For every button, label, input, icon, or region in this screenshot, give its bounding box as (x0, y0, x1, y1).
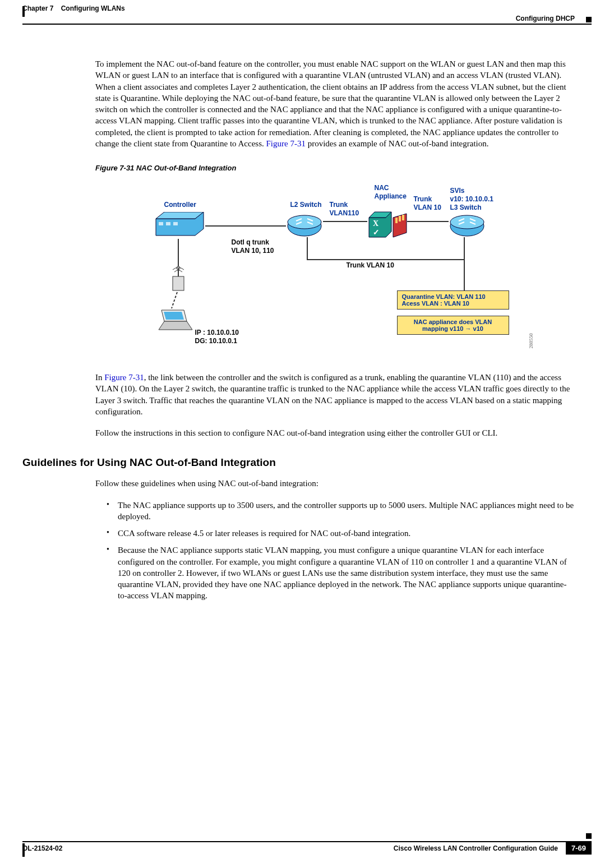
doc-number: OL-21524-02 (22, 844, 62, 852)
access-vlan-text: Acess VLAN : VLAN 10 (402, 300, 504, 307)
paragraph-3: Follow the instructions in this section … (95, 427, 575, 438)
svg-line-27 (172, 292, 177, 308)
list-item: CCA software release 4.5 or later releas… (107, 528, 575, 539)
figure-diagram: Controller L2 Switch Trunk VLAN110 NAC A… (139, 181, 532, 361)
paragraph-2: In Figure 7-31, the link between the con… (95, 372, 575, 417)
guide-title: Cisco Wireless LAN Controller Configurat… (394, 844, 558, 852)
list-item: Because the NAC appliance supports stati… (107, 544, 575, 601)
figure-link-2[interactable]: Figure 7-31 (104, 373, 144, 382)
guidelines-intro: Follow these guidelines when using NAC o… (95, 478, 575, 489)
figure-link[interactable]: Figure 7-31 (266, 139, 305, 148)
section-heading: Guidelines for Using NAC Out-of-Band Int… (22, 456, 575, 469)
nac-mapping-text-b: mapping v110 → v10 (402, 325, 504, 332)
figure-watermark: 280550 (528, 334, 533, 349)
footer-block (586, 833, 592, 839)
header-left-block (22, 6, 25, 17)
p2-text-b: , the link between the controller and th… (95, 373, 570, 416)
section-label: Configuring DHCP (22, 15, 575, 22)
page-footer: OL-21524-02 Cisco Wireless LAN Controlle… (22, 841, 592, 852)
chapter-title: Configuring WLANs (61, 4, 125, 12)
list-item: The NAC appliance supports up to 3500 us… (107, 500, 575, 523)
figure-caption: Figure 7-31 NAC Out-of-Band Integration (95, 164, 575, 172)
nac-mapping-text-a: NAC appliance does VLAN (402, 318, 504, 325)
main-content: To implement the NAC out-of-band feature… (0, 25, 614, 602)
p1-text-a: To implement the NAC out-of-band feature… (95, 59, 566, 148)
vlan-info-box: Quarantine VLAN: VLAN 110 Acess VLAN : V… (397, 290, 509, 310)
header-right-block (586, 17, 592, 22)
quarantine-vlan-text: Quarantine VLAN: VLAN 110 (402, 293, 504, 300)
chapter-number: Chapter 7 (22, 4, 53, 12)
footer-rule (22, 841, 592, 842)
p1-text-b: provides an example of NAC out-of-band i… (306, 139, 489, 148)
page-number: 7-69 (566, 842, 592, 855)
paragraph-1: To implement the NAC out-of-band feature… (95, 58, 575, 149)
guidelines-list: The NAC appliance supports up to 3500 us… (107, 500, 575, 602)
footer-left-block (22, 843, 25, 857)
page-header: Chapter 7 Configuring WLANs Configuring … (0, 0, 614, 22)
chapter-label: Chapter 7 Configuring WLANs (22, 4, 125, 12)
p2-text-a: In (95, 373, 104, 382)
mapping-info-box: NAC appliance does VLAN mapping v110 → v… (397, 316, 509, 335)
